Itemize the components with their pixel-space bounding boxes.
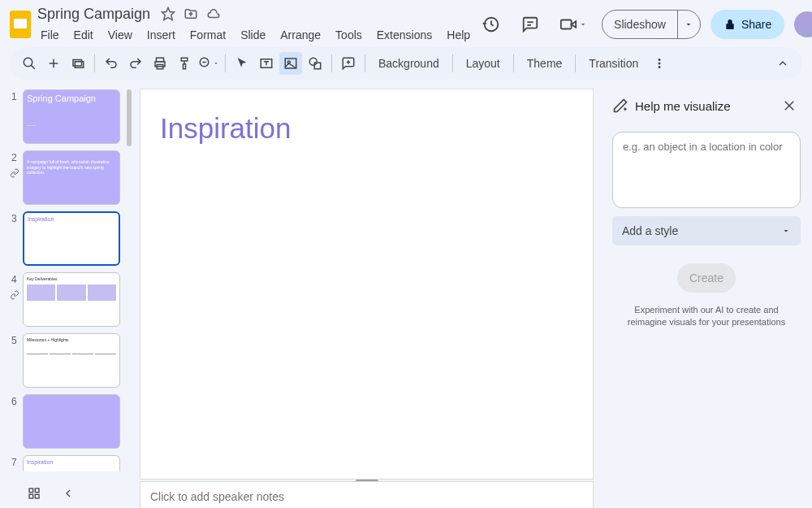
visualize-panel: Help me visualize e.g. an object in a lo… xyxy=(601,83,812,508)
comment-icon[interactable] xyxy=(516,10,545,39)
svg-point-28 xyxy=(659,59,661,61)
svg-rect-33 xyxy=(29,488,33,493)
slide-thumb-3[interactable]: Inspiration xyxy=(23,211,120,266)
link-icon xyxy=(10,290,19,300)
new-slide-button[interactable] xyxy=(42,52,65,75)
panel-title: Help me visualize xyxy=(635,99,771,113)
slide-number: 6 xyxy=(11,394,23,449)
slide-thumb-6[interactable] xyxy=(23,394,120,449)
lock-icon xyxy=(723,18,736,31)
comment-add-button[interactable] xyxy=(337,52,360,75)
menu-format[interactable]: Format xyxy=(184,25,232,45)
slideshow-button[interactable]: Slideshow xyxy=(603,11,677,38)
slide-heading[interactable]: Inspiration xyxy=(160,112,291,145)
menu-arrange[interactable]: Arrange xyxy=(274,25,327,45)
history-icon[interactable] xyxy=(477,10,506,39)
search-icon[interactable] xyxy=(18,52,41,75)
theme-button[interactable]: Theme xyxy=(519,52,571,75)
grid-view-button[interactable] xyxy=(24,484,44,503)
cloud-icon[interactable] xyxy=(205,6,222,22)
svg-point-7 xyxy=(729,24,732,27)
select-tool[interactable] xyxy=(231,52,253,75)
shape-tool[interactable] xyxy=(304,52,326,75)
filmstrip[interactable]: 1 Spring Campaign ──── 2 A campaign full… xyxy=(0,83,134,508)
menu-edit[interactable]: Edit xyxy=(67,25,100,45)
svg-point-6 xyxy=(731,27,733,29)
svg-point-29 xyxy=(659,63,661,65)
document-title[interactable]: Spring Campaign xyxy=(34,6,153,23)
slide-thumb-1[interactable]: Spring Campaign ──── xyxy=(23,89,120,144)
svg-point-30 xyxy=(659,66,661,68)
slide-number: 3 xyxy=(11,211,23,266)
collapse-filmstrip-button[interactable] xyxy=(58,484,78,503)
pencil-spark-icon xyxy=(612,98,628,114)
menu-extensions[interactable]: Extensions xyxy=(370,25,438,45)
slide-canvas[interactable]: Inspiration xyxy=(140,89,593,479)
zoom-button[interactable] xyxy=(197,52,220,75)
image-tool[interactable] xyxy=(279,52,302,75)
slide-number: 1 xyxy=(11,89,23,144)
svg-rect-36 xyxy=(35,494,39,498)
more-tools-button[interactable] xyxy=(648,52,671,75)
textbox-tool[interactable] xyxy=(255,52,278,75)
svg-marker-0 xyxy=(162,8,175,20)
user-avatar[interactable] xyxy=(794,11,812,37)
menu-tools[interactable]: Tools xyxy=(329,25,369,45)
background-button[interactable]: Background xyxy=(370,52,447,75)
toolbar: Background Layout Theme Transition xyxy=(10,47,802,80)
menu-view[interactable]: View xyxy=(102,25,139,45)
meet-button[interactable] xyxy=(555,10,592,39)
new-with-layout-button[interactable] xyxy=(67,52,89,75)
redo-button[interactable] xyxy=(124,52,147,75)
svg-line-9 xyxy=(31,65,35,69)
undo-button[interactable] xyxy=(100,52,123,75)
style-dropdown[interactable]: Add a style xyxy=(612,216,801,245)
share-button[interactable]: Share xyxy=(710,10,784,39)
svg-rect-34 xyxy=(35,488,39,493)
speaker-notes[interactable]: Click to add speaker notes xyxy=(140,482,593,508)
svg-point-24 xyxy=(309,58,317,65)
slide-number: 7 xyxy=(11,455,23,471)
slide-thumb-5[interactable]: Milestones + Highlights xyxy=(23,333,120,388)
create-button: Create xyxy=(677,263,736,293)
link-icon xyxy=(10,168,19,178)
print-button[interactable] xyxy=(149,52,171,75)
slides-logo[interactable] xyxy=(10,10,31,39)
panel-hint: Experiment with our AI to create and rei… xyxy=(612,304,801,329)
close-panel-button[interactable] xyxy=(778,94,801,117)
menu-help[interactable]: Help xyxy=(440,25,477,45)
menu-insert[interactable]: Insert xyxy=(140,25,182,45)
menu-slide[interactable]: Slide xyxy=(234,25,272,45)
slide-thumb-2[interactable]: A campaign full of fresh, whimsical, ill… xyxy=(23,150,120,205)
slideshow-dropdown[interactable] xyxy=(677,11,700,38)
svg-rect-25 xyxy=(314,63,321,69)
svg-rect-3 xyxy=(561,20,572,29)
svg-point-8 xyxy=(24,58,32,67)
star-icon[interactable] xyxy=(160,6,176,22)
chevron-down-icon xyxy=(781,226,791,236)
collapse-toolbar-button[interactable] xyxy=(771,52,794,75)
svg-point-5 xyxy=(727,27,729,29)
transition-button[interactable]: Transition xyxy=(581,52,646,75)
layout-button[interactable]: Layout xyxy=(458,52,508,75)
slide-thumb-7[interactable]: Inspiration xyxy=(23,455,120,471)
prompt-input[interactable]: e.g. an object in a location in color xyxy=(612,132,801,208)
menu-bar: File Edit View Insert Format Slide Arran… xyxy=(34,25,477,45)
svg-rect-35 xyxy=(29,494,33,498)
paint-format-button[interactable] xyxy=(173,52,196,75)
slide-thumb-4[interactable]: Key Deliverables xyxy=(23,272,120,327)
slide-number: 5 xyxy=(11,333,23,388)
move-icon[interactable] xyxy=(183,6,199,22)
menu-file[interactable]: File xyxy=(34,25,66,45)
